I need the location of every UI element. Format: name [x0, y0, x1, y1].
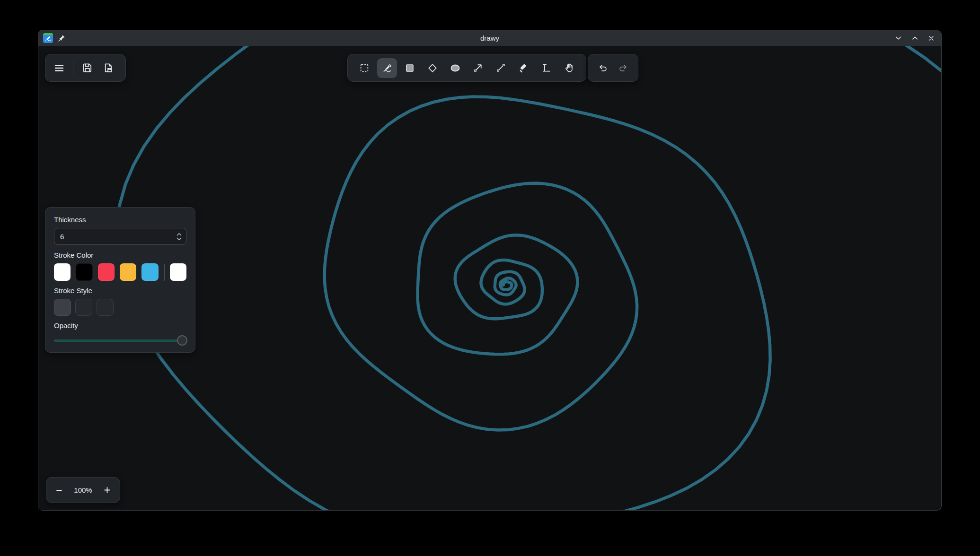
zoom-out-button[interactable]	[51, 482, 67, 498]
stroke-style-options	[54, 299, 186, 316]
diamond-icon	[427, 63, 438, 73]
color-swatch-yellow[interactable]	[120, 263, 136, 281]
plus-icon	[103, 486, 111, 494]
app-icon	[43, 33, 53, 43]
titlebar: drawy	[38, 30, 941, 46]
zoom-control: 100%	[46, 477, 120, 503]
stroke-color-label: Stroke Color	[54, 251, 186, 259]
minus-icon	[55, 486, 63, 494]
history-toolbar	[588, 54, 638, 82]
toolbar-divider	[73, 60, 73, 76]
tool-select[interactable]	[354, 58, 374, 78]
opacity-label: Opacity	[54, 321, 186, 330]
redo-icon	[618, 63, 628, 73]
opacity-track	[54, 339, 187, 342]
stroke-style-solid[interactable]	[54, 299, 71, 316]
tool-ellipse[interactable]	[445, 58, 465, 78]
menu-button[interactable]	[49, 58, 69, 78]
color-swatch-black[interactable]	[76, 263, 92, 281]
thickness-label: Thickness	[54, 216, 186, 224]
tool-line[interactable]	[491, 58, 511, 78]
maximize-button[interactable]	[909, 33, 920, 43]
line-icon	[495, 62, 506, 73]
tool-diamond[interactable]	[423, 58, 442, 78]
rectangle-icon	[405, 63, 415, 73]
color-swatch-blue[interactable]	[141, 263, 158, 281]
properties-panel: Thickness Stroke Color Stroke Style	[45, 207, 195, 353]
minimize-button[interactable]	[893, 33, 903, 43]
redo-button[interactable]	[613, 58, 633, 78]
tool-eraser[interactable]	[514, 58, 534, 78]
color-swatch-red[interactable]	[98, 263, 115, 281]
tool-hand[interactable]	[559, 58, 579, 78]
titlebar-left	[43, 33, 147, 43]
tool-text[interactable]	[537, 58, 556, 78]
tool-pen[interactable]	[377, 58, 397, 78]
undo-button[interactable]	[593, 58, 613, 78]
spinner-down-icon	[176, 237, 182, 241]
save-icon	[82, 62, 93, 73]
app-pen-glyph	[44, 35, 52, 42]
menu-icon	[53, 62, 65, 74]
chevron-up-icon	[911, 35, 918, 42]
chevron-down-icon	[895, 35, 902, 42]
close-button[interactable]	[926, 33, 936, 43]
file-toolbar	[45, 54, 126, 82]
thickness-field	[54, 228, 186, 245]
stroke-style-dotted[interactable]	[97, 299, 114, 316]
ellipse-icon	[450, 62, 461, 74]
tools-toolbar	[347, 54, 586, 82]
save-as-icon	[103, 62, 114, 73]
tool-arrow[interactable]	[468, 58, 488, 78]
save-button[interactable]	[77, 58, 97, 78]
zoom-level[interactable]: 100%	[74, 486, 92, 494]
stroke-style-dashed[interactable]	[75, 299, 92, 316]
swatch-separator	[164, 264, 165, 281]
arrow-icon	[473, 62, 484, 73]
close-icon	[928, 35, 935, 42]
pen-icon	[382, 62, 393, 73]
window-title: drawy	[147, 34, 832, 42]
pin-icon[interactable]	[58, 35, 65, 42]
opacity-slider[interactable]	[54, 335, 187, 346]
stroke-style-label: Stroke Style	[54, 287, 186, 295]
opacity-thumb[interactable]	[177, 335, 187, 346]
undo-icon	[598, 63, 608, 73]
thickness-spinner[interactable]	[172, 233, 186, 241]
marquee-select-icon	[359, 63, 370, 73]
window-controls	[832, 33, 936, 43]
color-swatch-white[interactable]	[54, 263, 71, 281]
stroke-color-swatches	[54, 263, 186, 281]
spinner-up-icon	[176, 233, 182, 236]
hand-icon	[564, 62, 574, 73]
thickness-input[interactable]	[54, 233, 172, 241]
zoom-in-button[interactable]	[99, 482, 115, 498]
app-window: drawy	[38, 30, 942, 511]
eraser-icon	[518, 62, 529, 73]
current-color-swatch[interactable]	[170, 263, 186, 281]
save-as-button[interactable]	[98, 58, 118, 78]
tool-rectangle[interactable]	[400, 58, 420, 78]
text-cursor-icon	[541, 62, 552, 73]
